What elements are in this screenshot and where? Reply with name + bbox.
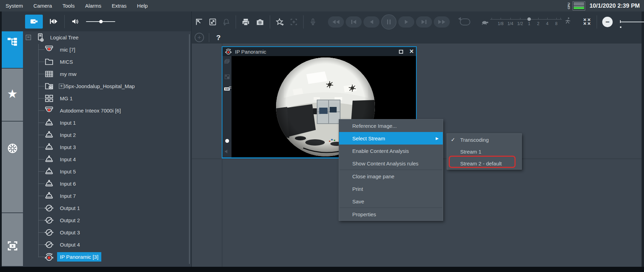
tree-item-label[interactable]: Input 7: [57, 191, 79, 201]
tree-item-label[interactable]: 665px-Joondalup_Hospital_Map: [57, 81, 138, 91]
menu-item-enable-content-analysis[interactable]: Enable Content Analysis: [339, 145, 443, 157]
add-bookmark-button[interactable]: [290, 18, 298, 26]
tree-root-label[interactable]: Logical Tree: [47, 33, 81, 42]
tree-item-label[interactable]: IP Panoramic [3]: [57, 252, 101, 262]
tree-item-label[interactable]: Input 4: [57, 155, 79, 164]
input-icon: [44, 118, 54, 128]
tree-item-output3[interactable]: Output 3: [23, 226, 191, 239]
sidebar-item-image-pane-view[interactable]: [2, 213, 23, 266]
play-backward-button[interactable]: [363, 16, 379, 28]
menu-item-close-image-pane[interactable]: Close image pane: [339, 170, 443, 182]
tree-item-my-mw[interactable]: my mw: [23, 68, 191, 80]
restore-layout-button[interactable]: [195, 18, 203, 26]
submenu-item-stream-1[interactable]: Stream 1: [447, 146, 521, 157]
tree-item-output2[interactable]: Output 2: [23, 214, 191, 226]
tree-item-label[interactable]: Output 4: [57, 240, 83, 249]
tree-item-label[interactable]: Input 5: [57, 167, 79, 176]
tree-item-label[interactable]: Output 3: [57, 228, 83, 237]
menu-system[interactable]: System: [6, 3, 23, 9]
next-frame-button[interactable]: [416, 16, 432, 28]
speed-label: 1/8: [498, 21, 504, 26]
sidebar-item-favorites[interactable]: ★: [2, 69, 23, 122]
speed-slider-thumb[interactable]: [527, 17, 531, 21]
microphone-button[interactable]: [309, 18, 317, 26]
tree-item-output1[interactable]: Output 1: [23, 202, 191, 214]
image-pane-titlebar[interactable]: IP Panoramic ✕: [222, 47, 416, 56]
menu-extras[interactable]: Extras: [112, 3, 127, 9]
submenu-item-stream-2-default[interactable]: Stream 2 - default: [447, 157, 521, 169]
menu-item-properties[interactable]: Properties: [339, 208, 443, 220]
tree-item-input5[interactable]: Input 5: [23, 165, 191, 178]
menu-item-reference-image[interactable]: Reference Image...: [339, 119, 443, 132]
volume-slider-thumb[interactable]: [99, 20, 103, 23]
previous-frame-button[interactable]: [346, 16, 362, 28]
expand-expander[interactable]: +: [59, 84, 64, 89]
tree-item-label[interactable]: MICS: [57, 57, 76, 67]
tree-item-label[interactable]: Input 2: [57, 130, 79, 140]
tree-item-input2[interactable]: Input 2: [23, 129, 191, 141]
tree-root-logical-tree[interactable]: − Logical Tree: [23, 31, 191, 44]
picture-in-picture-icon[interactable]: [224, 73, 230, 80]
layers-icon[interactable]: [223, 58, 230, 65]
pause-button[interactable]: [381, 14, 396, 30]
tree-item-label[interactable]: Input 1: [57, 118, 79, 127]
tree-item-input4[interactable]: Input 4: [23, 153, 191, 165]
tree-item-input1[interactable]: Input 1: [23, 117, 191, 129]
tree-item-label[interactable]: Input 3: [57, 142, 79, 152]
tree-item-label[interactable]: my mw: [57, 69, 79, 79]
cpu-label: CPU: [567, 2, 571, 9]
fast-forward-button[interactable]: [434, 16, 450, 28]
add-image-pane-button[interactable]: +: [195, 33, 204, 42]
tree-item-label[interactable]: mic [7]: [57, 45, 78, 54]
tree-item-label[interactable]: MG 1: [57, 94, 76, 103]
maximize-pane-icon[interactable]: [399, 50, 403, 54]
add-favorite-button[interactable]: [275, 17, 284, 26]
menu-camera[interactable]: Camera: [33, 3, 52, 9]
menu-item-select-stream[interactable]: Select Stream ▶: [339, 132, 443, 145]
help-button[interactable]: ?: [214, 33, 223, 42]
tree-item-ip-panoramic[interactable]: IP Panoramic [3]: [23, 251, 191, 263]
collapse-expander[interactable]: −: [26, 35, 31, 40]
tree-item-label[interactable]: Output 1: [57, 203, 83, 213]
submenu-item-transcoding[interactable]: ✓ Transcoding: [447, 134, 521, 146]
tree-item-mg1[interactable]: MG 1: [23, 92, 191, 104]
tree-item-mics[interactable]: MICS: [23, 56, 191, 68]
menu-alarms[interactable]: Alarms: [85, 3, 101, 9]
zoom-slider[interactable]: [620, 22, 644, 22]
volume-slider[interactable]: [86, 21, 115, 22]
menu-item-save[interactable]: Save: [339, 195, 443, 208]
loop-playback-button[interactable]: [460, 18, 470, 25]
main-toolbar: 1/8 1/4 1/2 1 2 4 8 ✕✕✕✕ −: [195, 13, 644, 31]
snapshot-button[interactable]: [256, 18, 265, 26]
maximize-layout-button[interactable]: [209, 18, 217, 26]
sidebar-item-bookmarks[interactable]: [2, 122, 23, 213]
menu-help[interactable]: Help: [137, 3, 148, 9]
speaker-icon[interactable]: [71, 17, 80, 26]
close-all-panes-button[interactable]: ✕✕✕✕: [583, 18, 591, 26]
close-pane-icon[interactable]: ✕: [409, 49, 414, 54]
tree-item-input6[interactable]: Input 6: [23, 178, 191, 190]
playback-speed-slider[interactable]: 1/8 1/4 1/2 1 2 4 8: [490, 14, 562, 30]
tree-item-label[interactable]: Input 6: [57, 179, 79, 188]
menu-tools[interactable]: Tools: [62, 3, 74, 9]
playback-button[interactable]: [49, 17, 58, 26]
zoom-out-button[interactable]: −: [602, 17, 613, 27]
play-button[interactable]: [398, 16, 414, 28]
tree-item-mic[interactable]: mic [7]: [23, 44, 191, 56]
menu-item-show-content-analysis-rules[interactable]: Show Content Analysis rules: [339, 157, 443, 170]
acknowledge-alarm-button[interactable]: [222, 18, 230, 26]
tree-item-label[interactable]: Autodome Inteox 7000i [6]: [57, 106, 124, 115]
rewind-button[interactable]: [328, 16, 344, 28]
tree-item-joondalup-map[interactable]: + 665px-Joondalup_Hospital_Map: [23, 80, 191, 92]
live-video-button[interactable]: [25, 15, 43, 29]
output-icon: [44, 215, 54, 225]
tree-item-input7[interactable]: Input 7: [23, 190, 191, 202]
muted-speaker-icon[interactable]: [224, 148, 230, 155]
tree-item-label[interactable]: Output 2: [57, 216, 83, 225]
tree-item-output4[interactable]: Output 4: [23, 239, 191, 251]
tree-item-autodome[interactable]: Autodome Inteox 7000i [6]: [23, 104, 191, 117]
speed-label: 8: [555, 21, 558, 26]
tree-item-input3[interactable]: Input 3: [23, 141, 191, 153]
print-button[interactable]: [241, 18, 250, 26]
menu-item-print[interactable]: Print: [339, 182, 443, 195]
